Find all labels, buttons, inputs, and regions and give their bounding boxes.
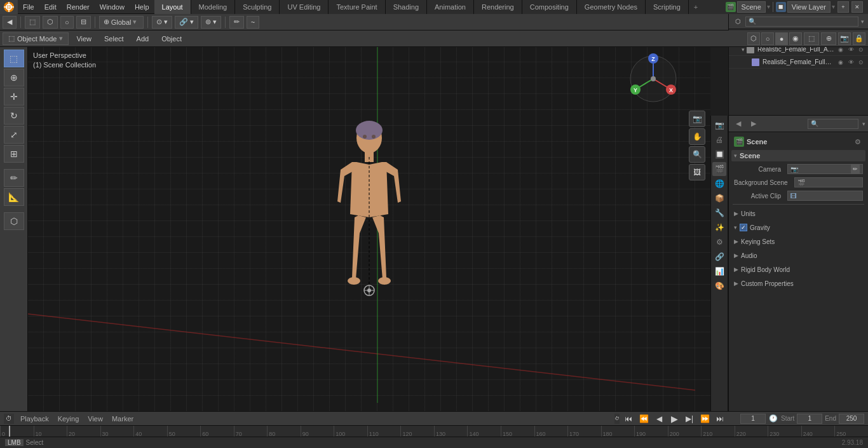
tab-modeling[interactable]: Modeling — [191, 0, 236, 14]
rigid-body-world-section[interactable]: ▶ Rigid Body World — [731, 262, 865, 276]
global-transform-btn[interactable]: ⊕ Global ▾ — [99, 16, 144, 29]
wireframe-mode-btn[interactable]: ⬡ — [747, 32, 760, 45]
toggle-toolbar-btn[interactable]: ◀ — [3, 16, 17, 29]
transform-tool[interactable]: ⊞ — [4, 145, 24, 163]
select-box-btn[interactable]: ⬚ — [25, 16, 40, 29]
constraints-props-tab[interactable]: 🔗 — [712, 250, 726, 264]
object-props-tab[interactable]: 📦 — [712, 191, 726, 205]
background-scene-field[interactable]: 🎬 — [794, 177, 863, 187]
jump-back-keyframe-btn[interactable]: ⏪ — [637, 414, 650, 424]
item-select-icon-1[interactable]: ⊙ — [857, 58, 865, 67]
tab-sculpting[interactable]: Sculpting — [235, 0, 280, 14]
output-props-tab[interactable]: 🖨 — [712, 133, 726, 147]
nav-image-btn[interactable]: 🖼 — [689, 164, 705, 180]
tab-animation[interactable]: Animation — [427, 0, 474, 14]
active-clip-field[interactable]: 🎞 — [787, 191, 863, 201]
viewport-object-menu[interactable]: Object — [156, 32, 187, 46]
scene-selector[interactable]: Scene — [737, 1, 766, 13]
start-frame-input[interactable] — [797, 414, 822, 424]
gravity-checkbox[interactable]: ✓ — [740, 224, 747, 231]
add-workspace-btn[interactable]: + — [689, 3, 703, 11]
checker-btn[interactable]: ⊟ — [76, 16, 91, 29]
timeline-tab-view[interactable]: View — [85, 415, 105, 423]
tab-scripting[interactable]: Scripting — [646, 0, 689, 14]
tab-shading[interactable]: Shading — [386, 0, 427, 14]
custom-props-section[interactable]: ▶ Custom Properties — [731, 276, 865, 290]
annotate-tool[interactable]: ✏ — [4, 169, 24, 187]
tab-texture-paint[interactable]: Texture Paint — [329, 0, 385, 14]
timeline-tab-keying[interactable]: Keying — [55, 415, 82, 423]
timeline-tab-marker[interactable]: Marker — [109, 415, 136, 423]
physics-props-tab[interactable]: ⚙ — [712, 235, 726, 249]
world-props-tab[interactable]: 🌐 — [712, 177, 726, 191]
menu-render[interactable]: Render — [62, 0, 95, 14]
nav-zoom-btn[interactable]: 🔍 — [689, 146, 705, 163]
tab-compositing[interactable]: Compositing — [522, 0, 577, 14]
menu-help[interactable]: Help — [130, 0, 154, 14]
new-scene-btn[interactable]: + — [837, 1, 849, 13]
mode-selector[interactable]: ⬚ Object Mode ▾ — [3, 32, 69, 45]
tab-geometry-nodes[interactable]: Geometry Nodes — [577, 0, 646, 14]
add-object-tool[interactable]: ⬡ — [4, 212, 24, 230]
render-mode-btn[interactable]: ◉ — [789, 32, 802, 45]
nav-hand-btn[interactable]: ✋ — [689, 128, 705, 145]
camera-edit-btn[interactable]: ✏ — [851, 165, 860, 173]
material-mode-btn[interactable]: ● — [775, 32, 788, 45]
annotation-btn[interactable]: ~ — [247, 16, 259, 29]
particles-props-tab[interactable]: ✨ — [712, 221, 726, 234]
data-props-tab[interactable]: 📊 — [712, 264, 726, 278]
viewlayer-props-tab[interactable]: 🔲 — [712, 147, 726, 161]
camera-field[interactable]: 📷 ✏ — [787, 164, 863, 174]
play-pause-btn[interactable]: ▶ — [668, 414, 681, 424]
outliner-search-input[interactable] — [745, 17, 858, 27]
audio-section[interactable]: ▶ Audio — [731, 248, 865, 262]
nav-camera-btn[interactable]: 📷 — [689, 111, 705, 127]
keying-sets-section[interactable]: ▶ Keying Sets — [731, 234, 865, 248]
units-section[interactable]: ▶ Units — [731, 207, 865, 221]
snap-btn[interactable]: 🔗 ▾ — [175, 16, 198, 29]
select-box-tool[interactable]: ⬚ — [4, 50, 24, 67]
menu-edit[interactable]: Edit — [39, 0, 62, 14]
item-visible-icon-1[interactable]: 👁 — [846, 58, 855, 67]
move-tool[interactable]: ✛ — [4, 88, 24, 105]
viewlayer-selector[interactable]: View Layer — [787, 1, 831, 13]
jump-to-first-btn[interactable]: ⏮ — [622, 414, 635, 424]
scene-section-options[interactable]: ⚙ — [853, 137, 863, 147]
blender-logo[interactable] — [0, 0, 18, 14]
props-arrow-left[interactable]: ◀ — [731, 118, 745, 130]
prev-frame-btn[interactable]: ◀ — [653, 414, 665, 424]
viewport-3d[interactable]: User Perspective (1) Scene Collection 📷 … — [28, 47, 710, 411]
item-render-icon-1[interactable]: ◉ — [836, 58, 845, 67]
lasso-select-btn[interactable]: ⬡ — [43, 16, 58, 29]
cursor-tool[interactable]: ⊕ — [4, 69, 24, 86]
gizmo-btn[interactable]: ⊕ — [821, 32, 836, 45]
overlay-btn[interactable]: ⬚ — [804, 32, 819, 45]
solid-mode-btn[interactable]: ○ — [761, 32, 774, 45]
viewport-view-menu[interactable]: View — [71, 32, 97, 46]
scene-props-tab[interactable]: 🎬 — [712, 162, 726, 176]
jump-to-last-btn[interactable]: ⏭ — [714, 414, 726, 424]
render-props-tab[interactable]: 📷 — [712, 118, 726, 132]
scene-subsection-header[interactable]: ▾ Scene — [731, 150, 865, 161]
outliner-item-1[interactable]: Realistic_Female_Full_Ar ◉ 👁 ⊙ — [729, 56, 868, 69]
rotate-tool[interactable]: ↻ — [4, 107, 24, 125]
menu-window[interactable]: Window — [95, 0, 130, 14]
pivot-btn[interactable]: ⊙ ▾ — [152, 16, 172, 29]
next-frame-btn[interactable]: ▶| — [683, 414, 696, 424]
props-filter-icon[interactable]: ▾ — [862, 121, 865, 127]
end-frame-input[interactable] — [839, 414, 864, 424]
grease-pencil-btn[interactable]: ✏ — [229, 16, 244, 29]
measure-tool[interactable]: 📐 — [4, 188, 24, 206]
close-scene-btn[interactable]: ✕ — [851, 1, 863, 13]
tab-layout[interactable]: Layout — [154, 0, 191, 14]
proportional-btn[interactable]: ⊚ ▾ — [201, 16, 221, 29]
current-frame-input[interactable] — [740, 414, 766, 424]
props-search-input[interactable] — [808, 119, 858, 129]
camera-view-btn[interactable]: 📷 — [838, 32, 851, 45]
timeline-type-icon[interactable]: ⏱ — [4, 414, 14, 424]
circle-select-btn[interactable]: ○ — [60, 16, 74, 29]
modifier-props-tab[interactable]: 🔧 — [712, 206, 726, 220]
outliner-filter-icon[interactable]: ▾ — [861, 18, 864, 25]
material-props-tab[interactable]: 🎨 — [712, 279, 726, 293]
axis-gizmo[interactable]: Z X Y — [628, 53, 679, 104]
